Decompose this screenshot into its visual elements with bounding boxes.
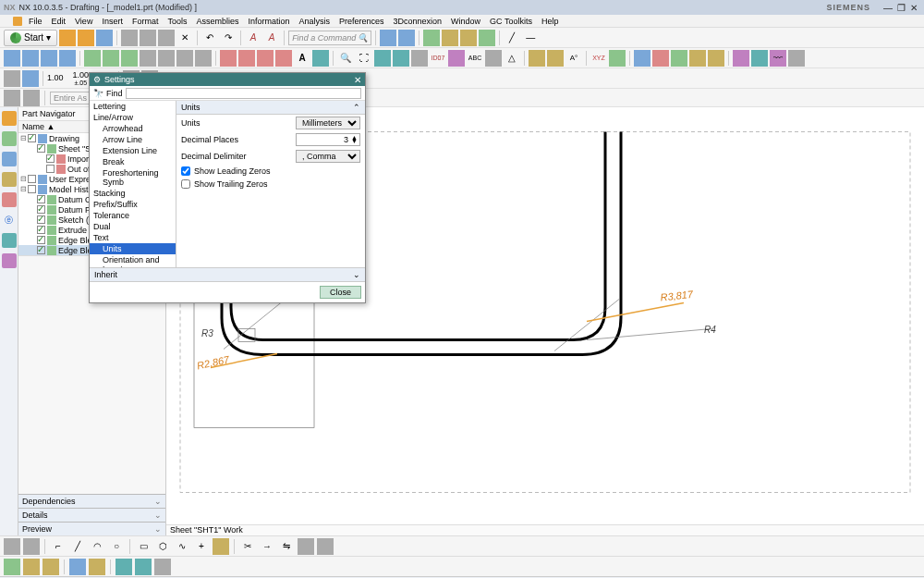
rb-history-icon[interactable] — [2, 233, 17, 248]
details-bar[interactable]: Details⌄ — [18, 508, 165, 522]
zoom-icon[interactable]: 🔍 — [337, 50, 354, 67]
tr2-icon-4[interactable] — [59, 50, 76, 67]
menu-analysis[interactable]: Analysis — [294, 17, 334, 26]
undo-icon[interactable]: ↶ — [201, 30, 218, 46]
tr2-icon-8[interactable] — [140, 50, 156, 67]
settings-tree-item[interactable]: Dual — [90, 221, 176, 232]
ft-icon-8[interactable] — [154, 559, 171, 575]
dependencies-bar[interactable]: Dependencies⌄ — [18, 494, 165, 508]
settings-tree-item[interactable]: Tolerance — [90, 210, 176, 221]
tr2-icon-18[interactable] — [529, 50, 545, 67]
tr2-icon-28[interactable] — [788, 50, 805, 67]
units-section-header[interactable]: Units ⌃ — [176, 101, 365, 115]
dimension-icon-2[interactable] — [238, 50, 255, 67]
dimension-icon-4[interactable] — [275, 50, 292, 67]
menu-information[interactable]: Information — [243, 17, 294, 26]
menu-assemblies[interactable]: Assemblies — [191, 17, 243, 26]
tr2-icon-17[interactable] — [485, 50, 502, 67]
line-tool-icon[interactable]: ╱ — [504, 30, 520, 46]
circle-icon[interactable]: ○ — [108, 538, 125, 555]
ft-icon-2[interactable] — [23, 559, 40, 575]
tr2-icon-1[interactable] — [4, 50, 20, 67]
menu-tools[interactable]: Tools — [163, 17, 191, 26]
rect-icon[interactable]: ▭ — [135, 538, 152, 555]
tr2-icon-24[interactable] — [689, 50, 706, 67]
menu-view[interactable]: View — [70, 17, 97, 26]
dim-value-b[interactable]: 1.00 ±.05 — [73, 71, 90, 86]
menu-help[interactable]: Help — [537, 17, 564, 26]
tr2-icon-15[interactable] — [411, 50, 428, 67]
line-icon[interactable]: ╱ — [69, 538, 86, 555]
start-button[interactable]: Start ▾ — [4, 30, 57, 46]
menu-window[interactable]: Window — [446, 17, 485, 26]
rb-part-navigator-icon[interactable] — [2, 111, 17, 126]
dim-value-a[interactable]: 1.00 — [47, 74, 64, 82]
menu-3dconnexion[interactable]: 3Dconnexion — [389, 17, 447, 26]
tr2-icon-20[interactable] — [609, 50, 626, 67]
menu-format[interactable]: Format — [128, 17, 164, 26]
point-icon[interactable]: + — [193, 538, 210, 555]
tr2-icon-12[interactable] — [312, 50, 329, 67]
tr2-icon-21[interactable] — [634, 50, 650, 67]
print-icon[interactable] — [121, 30, 138, 46]
tr2-icon-11[interactable] — [195, 50, 212, 67]
show-leading-zeros-checkbox[interactable] — [181, 166, 190, 176]
units-select[interactable]: Millimeters — [296, 117, 360, 129]
menu-gctoolkits[interactable]: GC Toolkits — [485, 17, 537, 26]
extend-icon[interactable]: → — [259, 538, 275, 555]
measure-3-icon[interactable] — [460, 30, 477, 46]
ft-icon-4[interactable] — [69, 559, 86, 575]
tr3-icon-2[interactable] — [22, 70, 39, 87]
tr2-icon-3[interactable] — [41, 50, 57, 67]
settings-tree-item[interactable]: Text — [90, 232, 176, 243]
rb-reuse-icon[interactable] — [2, 172, 17, 187]
trim-icon[interactable]: ✂ — [239, 538, 256, 555]
note-icon[interactable]: A — [294, 50, 310, 67]
decimal-delimiter-select[interactable]: , Comma — [296, 150, 360, 163]
tr3-icon-1[interactable] — [4, 70, 20, 87]
rb-constraint-icon[interactable] — [2, 152, 17, 166]
rb-assembly-icon[interactable] — [2, 131, 17, 146]
dialog-close-icon[interactable]: ✕ — [354, 75, 361, 85]
close-button[interactable]: Close — [320, 286, 361, 299]
text-tool-2-icon[interactable]: A — [263, 30, 280, 46]
save-icon[interactable] — [96, 30, 113, 46]
tr2-icon-14[interactable] — [393, 50, 409, 67]
dimension-icon-3[interactable] — [257, 50, 274, 67]
tr2-icon-5[interactable] — [84, 50, 101, 67]
tr2-icon-22[interactable] — [652, 50, 669, 67]
tr2-icon-25[interactable] — [708, 50, 724, 67]
minimize-button[interactable]: — — [881, 3, 894, 13]
spinner-icon[interactable]: ▲▼ — [351, 136, 358, 143]
tr2-icon-26[interactable] — [733, 50, 749, 67]
menu-insert[interactable]: Insert — [97, 17, 128, 26]
show-trailing-zeros-checkbox[interactable] — [181, 179, 190, 189]
datum-a-icon[interactable]: A° — [565, 50, 582, 67]
settings-tree-item[interactable]: Units — [90, 243, 176, 254]
offset-icon[interactable] — [213, 538, 229, 555]
menu-preferences[interactable]: Preferences — [334, 17, 389, 26]
ft-icon-7[interactable] — [135, 559, 152, 575]
measure-4-icon[interactable] — [479, 30, 495, 46]
ft-icon-6[interactable] — [116, 559, 132, 575]
profile-icon[interactable]: ⌐ — [50, 538, 67, 555]
menu-file[interactable]: File — [24, 17, 47, 26]
sk-icon-1[interactable] — [4, 538, 20, 555]
cut-icon[interactable] — [140, 30, 156, 46]
tr2-icon-27[interactable] — [751, 50, 768, 67]
new-file-icon[interactable] — [59, 30, 76, 46]
maximize-button[interactable]: ❐ — [894, 3, 907, 13]
rb-roles-icon[interactable] — [2, 253, 17, 268]
fit-icon[interactable]: ⛶ — [356, 50, 372, 67]
arc-icon[interactable]: ◠ — [89, 538, 105, 555]
delete-icon[interactable]: ✕ — [176, 30, 193, 46]
tr2-icon-9[interactable] — [158, 50, 175, 67]
sk-icon-2[interactable] — [23, 538, 40, 555]
spline-icon[interactable]: ∿ — [174, 538, 190, 555]
view-group-icon[interactable] — [380, 30, 396, 46]
tr2-icon-13[interactable] — [374, 50, 391, 67]
tr2-icon-2[interactable] — [22, 50, 39, 67]
settings-tree-item[interactable]: Orientation and Locat — [90, 254, 176, 267]
ft-icon-3[interactable] — [43, 559, 59, 575]
ft-icon-1[interactable] — [4, 559, 20, 575]
